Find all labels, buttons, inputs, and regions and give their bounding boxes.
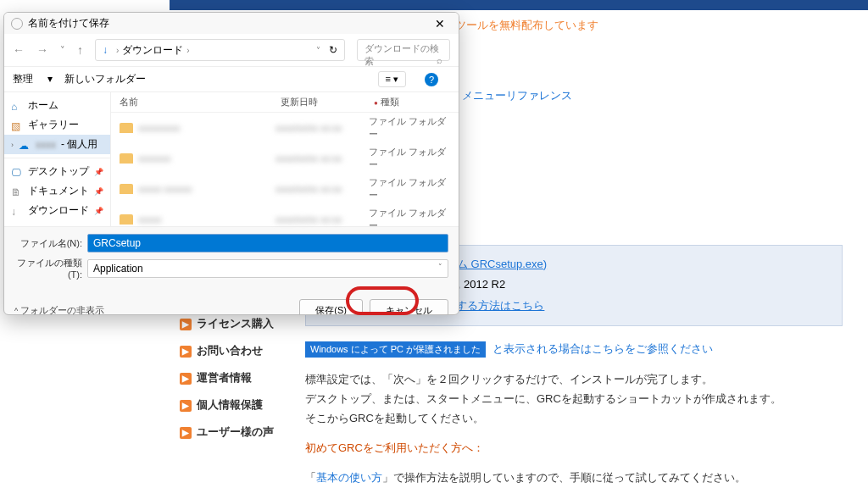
dialog-title: 名前を付けて保存 xyxy=(28,16,109,30)
newfolder-button[interactable]: 新しいフォルダー xyxy=(64,72,146,86)
file-header[interactable]: 名前 更新日時 ●種類 xyxy=(111,92,459,113)
tree-gallery[interactable]: ▧ギャラリー xyxy=(4,115,110,135)
file-row[interactable]: xxxxxxxxxxxxx/xx/xx xx:xxファイル フォルダー xyxy=(111,113,459,143)
folder-icon xyxy=(120,123,133,133)
folder-tree: ⌂ホーム ▧ギャラリー ›☁xxxx - 個人用 🖵デスクトップ📌 🗎ドキュメン… xyxy=(4,92,111,226)
forward-icon[interactable]: → xyxy=(36,43,48,57)
orange-note: 初めてGRCをご利用いただく方へ： xyxy=(305,441,843,456)
file-list: 名前 更新日時 ●種類 xxxxxxxxxxxxx/xx/xx xx:xxファイ… xyxy=(111,92,459,226)
body-text: 標準設定では、「次へ」を２回クリックするだけで、インストールが完了します。 デス… xyxy=(305,369,843,429)
close-icon[interactable]: ✕ xyxy=(428,17,452,30)
download-arrow-icon: ↓ xyxy=(103,44,108,56)
file-row[interactable]: xxxxxxxxxxx/xx/xx xx:xxファイル フォルダー xyxy=(111,143,459,174)
help-icon[interactable]: ? xyxy=(425,73,438,86)
sidemenu-item[interactable]: ▶ユーザー様の声 xyxy=(180,419,332,446)
save-dialog: 名前を付けて保存 ✕ ← → ˅ ↑ ↓ › ダウンロード › ˅ ↻ ダウンロ… xyxy=(3,12,459,315)
filename-input[interactable]: GRCsetup xyxy=(87,234,448,252)
tree-downloads[interactable]: ↓ダウンロード📌 xyxy=(4,201,110,220)
sidemenu-item[interactable]: ▶運営者情報 xyxy=(180,364,332,391)
save-button[interactable]: 保存(S) xyxy=(299,299,363,315)
col-type: ●種類 xyxy=(374,96,450,108)
refresh-icon[interactable]: ↻ xyxy=(329,44,337,56)
col-name: 名前 xyxy=(120,96,281,108)
body-text: 「基本の使い方」で操作方法を説明していますので、手順に従って試してみてください。… xyxy=(305,468,843,488)
file-row[interactable]: xxxxxxxxx/xx/xx xx:xxファイル フォルダー xyxy=(111,204,459,235)
bc-link[interactable]: メニューリファレンス xyxy=(462,89,572,102)
chevron-down-icon: ˅ xyxy=(438,263,442,274)
filetype-select[interactable]: Application˅ xyxy=(87,259,448,278)
folder-icon xyxy=(120,184,133,194)
notice-link[interactable]: EMツールを無料配布しています xyxy=(439,19,599,31)
app-icon xyxy=(11,18,23,30)
tree-desktop[interactable]: 🖵デスクトップ📌 xyxy=(4,162,110,181)
cancel-button[interactable]: キャンセル xyxy=(370,299,448,315)
dialog-footer: フォルダーの非表示 保存(S) キャンセル xyxy=(4,291,459,315)
search-input[interactable]: ダウンロードの検索 ⌕ xyxy=(357,39,450,61)
organize-menu[interactable]: 整理 ▾ xyxy=(13,72,53,86)
basic-link[interactable]: 基本の使い方 xyxy=(316,471,382,484)
tree-onedrive[interactable]: ›☁xxxx - 個人用 xyxy=(4,135,110,154)
toolbar: 整理 ▾ 新しいフォルダー ≡ ▾ ? xyxy=(4,67,459,92)
file-row[interactable]: xxxxx xxxxxxxxxx/xx/xx xx:xxファイル フォルダー xyxy=(111,174,459,204)
filename-label: ファイル名(N): xyxy=(14,237,87,250)
dialog-fields: ファイル名(N): GRCsetup ファイルの種類(T): Applicati… xyxy=(4,226,459,291)
view-button[interactable]: ≡ ▾ xyxy=(378,71,406,87)
wpf-link[interactable]: と表示される場合はこちらをご参照ください xyxy=(489,342,713,355)
addr-segment[interactable]: ダウンロード xyxy=(122,43,183,58)
tree-home[interactable]: ⌂ホーム xyxy=(4,96,110,115)
addr-dropdown-icon[interactable]: ˅ xyxy=(316,46,320,55)
up-icon[interactable]: ˅ xyxy=(60,45,65,56)
folder-icon xyxy=(120,214,133,225)
address-bar[interactable]: ↓ › ダウンロード › ˅ ↻ xyxy=(95,39,345,61)
hide-folders-toggle[interactable]: フォルダーの非表示 xyxy=(14,304,104,315)
sidemenu-item[interactable]: ▶お問い合わせ xyxy=(180,337,332,364)
header-bar xyxy=(170,0,868,10)
dialog-titlebar: 名前を付けて保存 ✕ xyxy=(4,13,459,34)
warn-line: Windows によって PC が保護されました と表示される場合はこちらをご参… xyxy=(305,341,843,358)
tree-documents[interactable]: 🗎ドキュメント📌 xyxy=(4,181,110,201)
search-icon: ⌕ xyxy=(437,55,442,65)
up-folder-icon[interactable]: ↑ xyxy=(77,43,83,57)
folder-icon xyxy=(120,153,133,164)
filetype-label: ファイルの種類(T): xyxy=(14,257,87,280)
col-date: 更新日時 xyxy=(281,96,374,108)
nav-row: ← → ˅ ↑ ↓ › ダウンロード › ˅ ↻ ダウンロードの検索 ⌕ xyxy=(4,34,459,67)
back-icon[interactable]: ← xyxy=(13,43,25,57)
sidemenu-item[interactable]: ▶個人情報保護 xyxy=(180,391,332,419)
side-menu: ▶ライセンス購入 ▶お問い合わせ ▶運営者情報 ▶個人情報保護 ▶ユーザー様の声 xyxy=(180,310,332,446)
